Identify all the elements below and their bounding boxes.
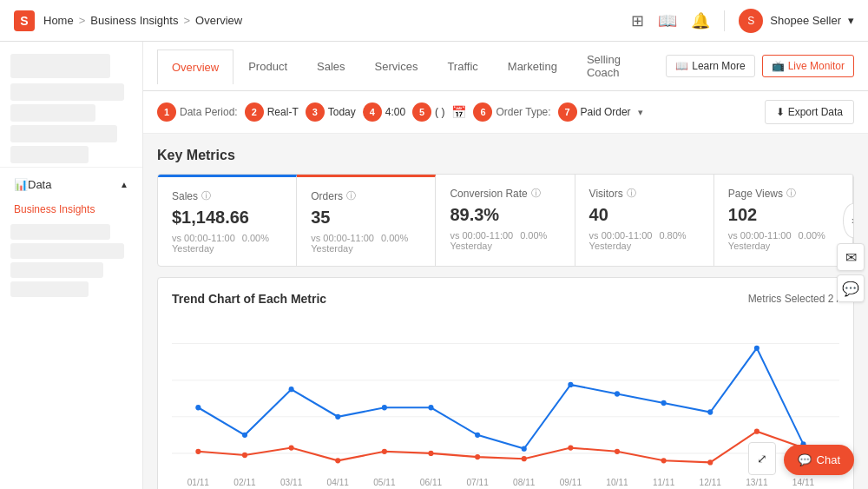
svg-text:13/11: 13/11: [746, 478, 768, 487]
sales-info-icon[interactable]: ⓘ: [201, 189, 211, 202]
filter-bar: 1 Data Period: 2 Real-T 3 Today 4 4:00 5…: [143, 91, 868, 134]
svg-point-19: [242, 453, 247, 458]
trend-header: Trend Chart of Each Metric Metrics Selec…: [172, 292, 839, 306]
svg-point-22: [382, 449, 387, 454]
svg-text:02/11: 02/11: [233, 478, 256, 487]
step-badge-5: 5: [412, 102, 431, 122]
visitors-info-icon[interactable]: ⓘ: [627, 187, 636, 200]
sidebar-sub-3[interactable]: [10, 262, 103, 278]
step-badge-4: 4: [363, 102, 382, 122]
svg-text:06/11: 06/11: [420, 478, 443, 487]
breadcrumb-section[interactable]: Business Insights: [90, 14, 178, 27]
sidebar-business-insights[interactable]: Business Insights: [0, 198, 142, 221]
calendar-icon[interactable]: 📅: [451, 105, 466, 119]
chat-button[interactable]: 💬 Chat: [784, 445, 854, 475]
grid-icon[interactable]: ⊞: [631, 11, 644, 30]
live-monitor-button[interactable]: 📺 Live Monitor: [762, 55, 854, 77]
breadcrumb-sep1: >: [79, 14, 86, 27]
orders-compare-day: Yesterday: [311, 243, 421, 254]
bell-icon[interactable]: 🔔: [691, 11, 710, 30]
filter-step-4[interactable]: 4 4:00: [363, 102, 405, 122]
tab-marketing[interactable]: Marketing: [493, 49, 572, 84]
export-label: Export Data: [788, 106, 843, 118]
data-section-icon: 📊: [14, 178, 28, 191]
tab-product[interactable]: Product: [233, 49, 302, 84]
metrics-selected-text[interactable]: Metrics Selected 2 /: [748, 293, 839, 305]
filter-label-6: Order Type:: [496, 106, 550, 118]
metric-card-pageviews: Page Views ⓘ 102 vs 00:00-11:00 0.00% Ye…: [714, 175, 853, 266]
sidebar-placeholder-3: [10, 104, 95, 122]
metric-card-visitors: Visitors ⓘ 40 vs 00:00-11:00 0.80% Yeste…: [575, 175, 714, 266]
metrics-row: Sales ⓘ $1,148.66 vs 00:00-11:00 0.00% Y…: [157, 174, 854, 267]
svg-point-8: [382, 405, 387, 410]
top-nav: S Home > Business Insights > Overview ⊞ …: [0, 0, 868, 42]
metric-card-conversion: Conversion Rate ⓘ 89.3% vs 00:00-11:00 0…: [436, 175, 575, 266]
sales-compare-day: Yesterday: [172, 243, 282, 254]
trend-svg: 01/11 02/11 03/11 04/11 05/11 06/11 07/1…: [172, 316, 839, 489]
learn-more-label: Learn More: [692, 60, 745, 72]
svg-point-23: [428, 451, 433, 456]
pageviews-info-icon[interactable]: ⓘ: [786, 187, 796, 200]
tab-actions: 📖 Learn More 📺 Live Monitor: [666, 55, 854, 77]
user-label: Shopee Seller: [770, 14, 841, 27]
chat-float-icon[interactable]: 💬: [837, 274, 865, 302]
svg-point-28: [661, 458, 667, 463]
svg-point-29: [707, 459, 713, 465]
sales-label-text: Sales: [172, 190, 198, 202]
svg-point-30: [754, 428, 760, 433]
step-badge-6: 6: [473, 102, 492, 122]
breadcrumb-home[interactable]: Home: [43, 14, 74, 27]
shopee-logo: S: [14, 10, 35, 31]
svg-text:09/11: 09/11: [560, 478, 582, 487]
sales-compare-time: vs 00:00-11:00: [172, 233, 235, 243]
conversion-compare-time: vs 00:00-11:00: [450, 230, 513, 241]
layout: 📊 Data ▲ Business Insights Overview Prod…: [0, 42, 868, 489]
conversion-change: 0.00%: [520, 230, 547, 241]
metric-card-orders: Orders ⓘ 35 vs 00:00-11:00 0.00% Yesterd…: [297, 175, 436, 266]
filter-step-2[interactable]: 2 Real-T: [245, 102, 299, 122]
orders-info-icon[interactable]: ⓘ: [346, 189, 356, 202]
pageviews-compare: vs 00:00-11:00 0.00%: [728, 230, 838, 241]
export-button[interactable]: ⬇ Export Data: [765, 100, 854, 124]
svg-point-4: [195, 405, 201, 410]
user-info[interactable]: S Shopee Seller ▾: [739, 9, 854, 33]
filter-step-3[interactable]: 3 Today: [306, 102, 356, 122]
pageviews-compare-day: Yesterday: [728, 241, 838, 251]
filter-step-5[interactable]: 5 ( ): [412, 102, 444, 122]
svg-text:01/11: 01/11: [187, 478, 210, 487]
book-small-icon: 📖: [675, 60, 688, 72]
svg-point-27: [615, 449, 620, 454]
svg-text:03/11: 03/11: [280, 478, 303, 487]
tab-sales[interactable]: Sales: [302, 49, 360, 84]
tab-services[interactable]: Services: [360, 49, 433, 84]
sidebar-sub-1[interactable]: [10, 224, 110, 240]
email-float-icon[interactable]: ✉: [837, 243, 865, 271]
pageviews-label: Page Views ⓘ: [728, 187, 838, 200]
sidebar-sub-4[interactable]: [10, 281, 89, 297]
sidebar-sub-2[interactable]: [10, 243, 124, 259]
sidebar-data-section[interactable]: 📊 Data ▲: [0, 171, 142, 198]
sales-compare: vs 00:00-11:00 0.00%: [172, 233, 282, 243]
nav-right: ⊞ 📖 🔔 S Shopee Seller ▾: [631, 9, 854, 33]
svg-text:05/11: 05/11: [373, 478, 396, 487]
pageviews-change: 0.00%: [799, 230, 825, 241]
pageviews-label-text: Page Views: [728, 188, 783, 200]
tab-selling-coach[interactable]: Selling Coach: [572, 42, 666, 90]
live-monitor-label: Live Monitor: [788, 60, 845, 72]
book-icon[interactable]: 📖: [658, 11, 677, 30]
orders-label: Orders ⓘ: [311, 189, 421, 202]
conversion-value: 89.3%: [450, 205, 560, 225]
expand-button[interactable]: ⤢: [748, 442, 776, 475]
chart-area: 01/11 02/11 03/11 04/11 05/11 06/11 07/1…: [172, 316, 839, 489]
learn-more-button[interactable]: 📖 Learn More: [666, 55, 754, 77]
svg-point-25: [522, 456, 527, 461]
tab-traffic[interactable]: Traffic: [432, 49, 492, 84]
tab-overview[interactable]: Overview: [157, 50, 233, 84]
filter-step-7[interactable]: 7 Paid Order ▾: [558, 102, 643, 122]
visitors-label-text: Visitors: [589, 188, 623, 200]
trend-title: Trend Chart of Each Metric: [172, 292, 326, 306]
conversion-label: Conversion Rate ⓘ: [450, 187, 560, 200]
sales-label: Sales ⓘ: [172, 189, 282, 202]
sidebar-placeholder-2: [10, 83, 124, 101]
conversion-info-icon[interactable]: ⓘ: [531, 187, 541, 200]
